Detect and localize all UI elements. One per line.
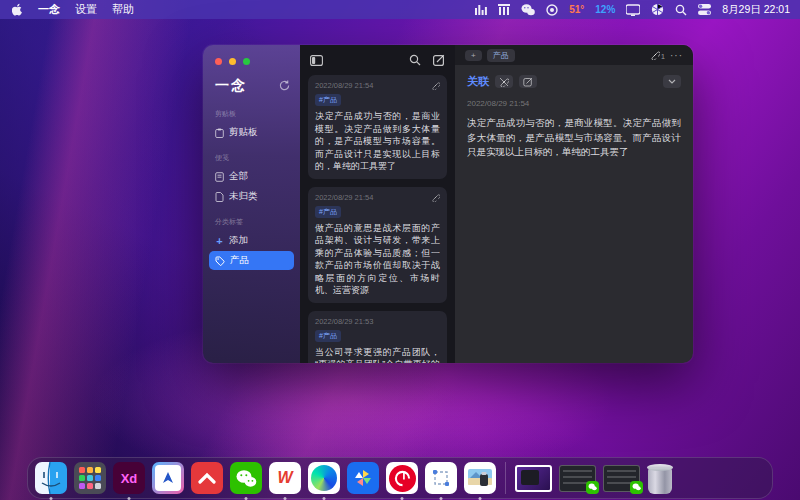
sidebar-section-notes: 便笺 xyxy=(203,143,300,166)
note-card[interactable]: 2022/08/29 21:53 #产品 当公司寻求更强的产品团队，“更强的产品… xyxy=(308,311,447,364)
sidebar-item-add-tag[interactable]: + 添加 xyxy=(209,231,294,250)
link-count-icon xyxy=(431,81,440,90)
link-count-value: 1 xyxy=(661,53,665,60)
menubar-clock[interactable]: 8月29日 22:01 xyxy=(722,3,790,17)
note-tag[interactable]: #产品 xyxy=(315,206,341,218)
red-chevron-app-icon[interactable] xyxy=(191,462,223,494)
menu-bar: 一念 设置 帮助 51° 12% xyxy=(0,0,800,19)
screenshot-tool-icon[interactable] xyxy=(425,462,457,494)
record-icon[interactable] xyxy=(546,4,558,16)
add-tag-button[interactable]: + xyxy=(465,50,482,61)
sidebar-item-label: 未归类 xyxy=(229,190,258,203)
apple-menu-icon[interactable] xyxy=(12,3,23,16)
sidebar-item-label: 添加 xyxy=(229,234,248,247)
minimized-wechat-window-1[interactable] xyxy=(559,465,596,492)
stats-icon[interactable] xyxy=(475,4,487,15)
window-controls xyxy=(203,55,300,65)
app-window: 一念 剪贴板 剪贴板 便笺 全部 未归类 分类标签 + 添加 xyxy=(203,45,693,363)
dock: Xd W xyxy=(27,457,773,499)
trash-icon[interactable] xyxy=(647,463,673,494)
note-tag[interactable]: #产品 xyxy=(315,330,341,342)
search-notes-icon[interactable] xyxy=(409,54,421,66)
menubar-help[interactable]: 帮助 xyxy=(112,2,134,17)
detail-note-text: 决定产品成功与否的，是商业模型。决定产品做到多大体量的，是产品模型与市场容量。而… xyxy=(467,116,681,160)
notes-toolbar xyxy=(300,45,455,75)
detail-timestamp: 2022/08/29 21:54 xyxy=(467,99,681,108)
sidebar-item-label: 产品 xyxy=(230,254,249,267)
sidebar-item-all[interactable]: 全部 xyxy=(209,167,294,186)
minimize-button[interactable] xyxy=(229,58,236,65)
note-card[interactable]: 2022/08/29 21:54 #产品 决定产品成功与否的，是商业模型。决定产… xyxy=(308,75,447,179)
sidebar-toggle-icon[interactable] xyxy=(310,55,323,66)
wechat-badge-icon xyxy=(586,481,599,494)
document-icon xyxy=(215,192,224,202)
zoom-button[interactable] xyxy=(243,58,250,65)
clipboard-icon xyxy=(215,128,224,138)
dock-separator xyxy=(505,462,506,494)
note-timestamp: 2022/08/29 21:54 xyxy=(315,193,373,202)
wechat-status-icon[interactable] xyxy=(521,4,535,16)
minimized-app-window[interactable] xyxy=(515,465,552,492)
detail-link-count[interactable]: 1 xyxy=(650,50,665,60)
search-icon[interactable] xyxy=(675,4,687,16)
preview-icon[interactable] xyxy=(464,462,496,494)
unlink-button[interactable] xyxy=(495,75,513,88)
display-icon[interactable] xyxy=(626,4,640,16)
note-timestamp: 2022/08/29 21:54 xyxy=(315,81,373,90)
note-card[interactable]: 2022/08/29 21:54 #产品 做产品的意思是战术层面的产品架构、设计… xyxy=(308,187,447,303)
temperature-status[interactable]: 51° xyxy=(569,4,584,15)
sidebar-item-clipboard[interactable]: 剪贴板 xyxy=(209,123,294,142)
edit-related-button[interactable] xyxy=(519,75,537,88)
sidebar-section-tags: 分类标签 xyxy=(203,207,300,230)
finder-icon[interactable] xyxy=(35,462,67,494)
columns-icon[interactable] xyxy=(498,4,510,15)
sidebar-item-tag-product[interactable]: 产品 xyxy=(209,251,294,270)
sync-icon[interactable] xyxy=(279,80,290,93)
note-text: 决定产品成功与否的，是商业模型。决定产品做到多大体量的，是产品模型与市场容量。而… xyxy=(315,110,440,173)
detail-toolbar: + 产品 1 ··· xyxy=(455,45,693,65)
wechat-icon[interactable] xyxy=(230,462,262,494)
close-button[interactable] xyxy=(215,58,222,65)
minimized-wechat-window-2[interactable] xyxy=(603,465,640,492)
sidebar-section-clipboard: 剪贴板 xyxy=(203,99,300,122)
detail-tag-chip[interactable]: 产品 xyxy=(487,49,515,62)
compose-icon[interactable] xyxy=(433,54,445,66)
notes-icon xyxy=(215,172,224,182)
launchpad-icon[interactable] xyxy=(74,462,106,494)
microsoft-edge-icon[interactable] xyxy=(308,462,340,494)
sidebar-item-label: 全部 xyxy=(229,170,248,183)
sidebar-item-uncategorized[interactable]: 未归类 xyxy=(209,187,294,206)
sidebar-item-label: 剪贴板 xyxy=(229,126,258,139)
note-text: 当公司寻求更强的产品团队，“更强的产品团队”会自带更好的审美加入。产品能力极强而… xyxy=(315,346,440,364)
more-button[interactable]: ··· xyxy=(670,50,683,61)
note-detail-panel: + 产品 1 ··· 关联 xyxy=(455,45,693,363)
notes-list-panel: 2022/08/29 21:54 #产品 决定产品成功与否的，是商业模型。决定产… xyxy=(300,45,455,363)
sidebar: 一念 剪贴板 剪贴板 便笺 全部 未归类 分类标签 + 添加 xyxy=(203,45,300,363)
note-timestamp: 2022/08/29 21:53 xyxy=(315,317,373,326)
menubar-settings[interactable]: 设置 xyxy=(75,2,97,17)
desktop: 一念 设置 帮助 51° 12% xyxy=(0,0,800,500)
note-tag[interactable]: #产品 xyxy=(315,94,341,106)
wechat-badge-icon xyxy=(630,481,643,494)
cpu-status[interactable]: 12% xyxy=(595,4,615,15)
notes-scroll-area[interactable]: 2022/08/29 21:54 #产品 决定产品成功与否的，是商业模型。决定产… xyxy=(300,75,455,363)
netease-music-icon[interactable] xyxy=(386,462,418,494)
link-count-icon xyxy=(431,193,440,202)
tag-icon xyxy=(215,256,225,266)
wps-office-icon[interactable]: W xyxy=(269,462,301,494)
sidebar-app-title: 一念 xyxy=(215,77,247,95)
pinwheel-icon[interactable] xyxy=(651,3,664,16)
note-text: 做产品的意思是战术层面的产品架构、设计与研发，带来上乘的产品体验与品质感；但一款… xyxy=(315,222,440,297)
related-label: 关联 xyxy=(467,74,489,89)
blue-pinwheel-app-icon[interactable] xyxy=(347,462,379,494)
white-blue-app-icon[interactable] xyxy=(152,462,184,494)
control-center-icon[interactable] xyxy=(698,4,711,15)
menubar-app-name[interactable]: 一念 xyxy=(38,2,60,17)
collapse-chevron-button[interactable] xyxy=(663,75,681,88)
adobe-xd-icon[interactable]: Xd xyxy=(113,462,145,494)
plus-icon: + xyxy=(215,235,224,247)
